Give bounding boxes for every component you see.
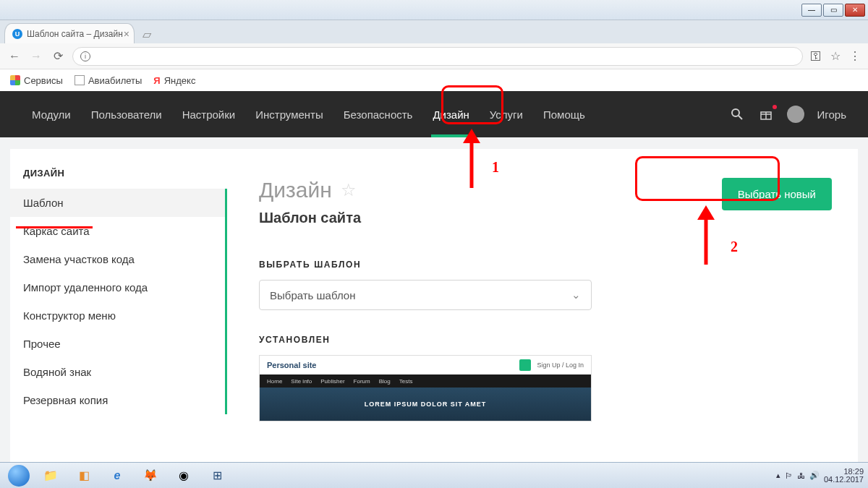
sidebar-item-menu-builder[interactable]: Конструктор меню [10,301,225,330]
bookmark-star-icon[interactable]: ☆ [830,49,841,63]
main-panel: Дизайн☆ Шаблон сайта Выбрать новый ВЫБРА… [227,149,858,462]
preview-search-icon [519,359,531,371]
svg-point-0 [732,109,739,116]
start-button[interactable] [4,465,33,487]
windows-orb-icon [8,465,30,487]
window-minimize[interactable]: — [801,4,822,17]
sidebar-item-backup[interactable]: Резервная копия [10,386,225,414]
favicon-icon: U [12,29,22,39]
browser-menu-icon[interactable]: ⋮ [849,49,861,63]
page-icon [75,75,85,85]
reload-button[interactable]: ⟳ [51,49,65,63]
svg-line-1 [739,116,742,119]
annotation-number-2: 2 [731,239,738,255]
menu-users[interactable]: Пользователи [81,91,172,137]
tray-date[interactable]: 04.12.2017 [824,476,864,484]
back-button[interactable]: ← [7,50,22,63]
forward-button[interactable]: → [29,50,43,63]
svg-marker-8 [697,205,715,220]
tray-network-icon[interactable]: 🖧 [797,471,805,480]
chevron-down-icon: ⌄ [571,288,581,301]
yandex-icon: Я [153,75,160,86]
menu-tools[interactable]: Инструменты [245,91,333,137]
select-value: Выбрать шаблон [270,289,355,301]
preview-title: Personal site [267,361,316,369]
sidebar-item-code-replace[interactable]: Замена участков кода [10,245,225,273]
sidebar-item-import-code[interactable]: Импорт удаленного кода [10,273,225,301]
content-area: ДИЗАЙН Шаблон Каркас сайта Замена участк… [0,137,868,462]
top-menu: Модули Пользователи Настройки Инструмент… [22,91,595,137]
bookmark-services[interactable]: Сервисы [10,75,63,86]
annotation-arrow-2 [692,205,720,273]
favorite-star-icon[interactable]: ☆ [341,180,357,200]
user-name[interactable]: Игорь [817,108,846,121]
sidebar-item-watermark[interactable]: Водяной знак [10,358,225,386]
sidebar-item-carcass[interactable]: Каркас сайта [10,217,225,245]
password-key-icon[interactable]: ⚿ [810,50,822,63]
menu-security[interactable]: Безопасность [333,91,423,137]
window-maximize[interactable]: ▭ [823,4,843,17]
svg-marker-6 [463,129,480,143]
menu-modules[interactable]: Модули [22,91,81,137]
taskbar-ie[interactable]: e [101,465,133,487]
taskbar-firefox[interactable]: 🦊 [135,465,166,487]
annotation-underline [16,226,93,228]
tray-volume-icon[interactable]: 🔊 [809,471,820,480]
bookmark-avia[interactable]: Авиабилеты [75,75,142,86]
annotation-number-1: 1 [492,159,499,176]
browser-tab-strip: U Шаблон сайта – Дизайн × ▱ [0,20,868,43]
window-titlebar: — ▭ ✕ [0,0,868,20]
tab-title: Шаблон сайта – Дизайн [27,29,123,39]
browser-tab[interactable]: U Шаблон сайта – Дизайн × [4,23,135,43]
app-topbar: Модули Пользователи Настройки Инструмент… [0,91,868,137]
page-title: Дизайн☆ [259,178,361,202]
tray-time[interactable]: 18:29 [843,468,864,476]
new-tab-button[interactable]: ▱ [139,27,155,40]
taskbar-chrome[interactable]: ◉ [168,465,200,487]
sidebar-item-template[interactable]: Шаблон [10,189,225,217]
sidebar-item-other[interactable]: Прочее [10,330,225,358]
menu-help[interactable]: Помощь [533,91,595,137]
menu-settings[interactable]: Настройки [172,91,246,137]
taskbar-explorer[interactable]: 📁 [35,465,67,487]
sidebar-title: ДИЗАЙН [10,168,227,189]
apps-icon [10,75,20,85]
taskbar-app[interactable]: ⊞ [201,465,233,487]
tab-close-icon[interactable]: × [124,28,129,40]
avatar[interactable] [787,106,804,123]
bookmark-yandex[interactable]: ЯЯндекс [153,75,195,86]
annotation-arrow-1 [457,129,486,197]
bookmarks-bar: Сервисы Авиабилеты ЯЯндекс [0,69,868,91]
search-icon[interactable] [729,106,745,122]
taskbar-media[interactable]: ◧ [68,465,100,487]
installed-label: УСТАНОВЛЕН [259,335,832,345]
preview-hero: LOREM IPSUM DOLOR SIT AMET [260,388,591,421]
preview-nav: Home Site info Publisher Forum Blog Test… [260,374,591,388]
gift-icon[interactable] [758,106,774,122]
template-preview[interactable]: Personal site Sign Up / Log In Home Site… [259,355,592,421]
choose-new-button[interactable]: Выбрать новый [722,178,832,210]
template-select[interactable]: Выбрать шаблон ⌄ [259,280,592,310]
tray-flag-icon[interactable]: 🏳 [785,471,793,480]
browser-toolbar: ← → ⟳ i ⚿ ☆ ⋮ [0,43,868,69]
choose-template-label: ВЫБРАТЬ ШАБЛОН [259,260,832,270]
info-icon[interactable]: i [80,51,90,61]
tray-expand-icon[interactable]: ▴ [776,471,780,480]
taskbar: 📁 ◧ e 🦊 ◉ ⊞ ▴ 🏳 🖧 🔊 18:29 04.12.2017 [0,462,868,488]
address-bar[interactable]: i [72,47,803,66]
menu-services[interactable]: Услуги [480,91,533,137]
sidebar: ДИЗАЙН Шаблон Каркас сайта Замена участк… [10,149,227,462]
window-close[interactable]: ✕ [845,4,865,17]
page-subtitle: Шаблон сайта [259,210,361,226]
